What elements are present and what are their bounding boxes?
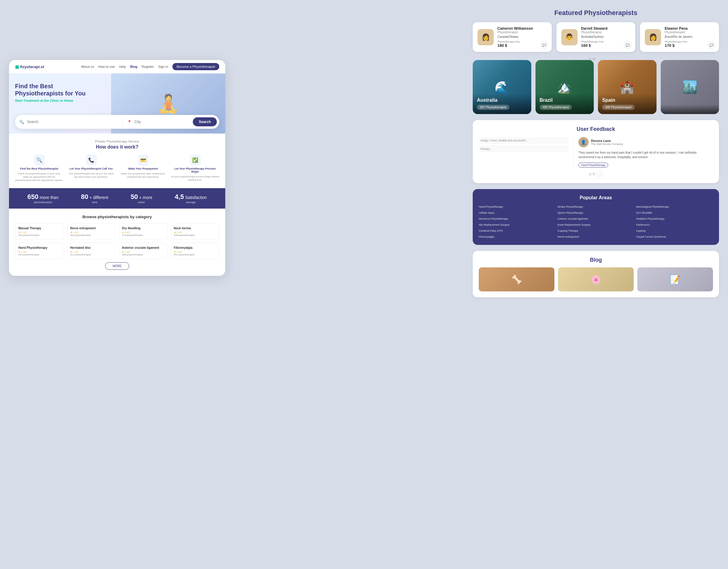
feedback-item-2: therapy... — [479, 146, 569, 152]
popular-area-item[interactable]: Cerebral Palsy (CP) — [479, 229, 556, 233]
category-item[interactable]: Manual Therapy ★ 4.1/5 524 physiotherapi… — [15, 223, 64, 240]
feedback-next-arrow[interactable]: → — [597, 171, 603, 177]
country-name: Spain — [602, 98, 652, 103]
step-icon: 🔍 — [34, 155, 45, 165]
category-rating: ★ 4.1/5 — [70, 251, 113, 253]
card-fee: 170 $ — [665, 43, 714, 48]
card-info: Eleanor Pena Physiotherapist Brazil/Rio … — [665, 26, 714, 48]
popular-area-item[interactable]: Pediatric Physiotherapy — [636, 217, 713, 221]
more-button[interactable]: MORE — [105, 262, 129, 270]
step-title: Make Your Prepayment — [128, 167, 158, 170]
blog-card[interactable]: 🌸 — [558, 268, 634, 291]
logo-icon: ◼ — [15, 64, 19, 70]
stat-item: 650 more than physiotherapist — [27, 193, 59, 204]
browse-section: Browse physiotherapists by category Manu… — [9, 209, 225, 276]
become-physiotherapist-button[interactable]: Become a Physiotherapist — [172, 63, 219, 70]
category-name: Nerve entrapment — [70, 227, 113, 230]
card-info: Darrell Steward Physiotherapist Australi… — [581, 26, 631, 48]
step-desc: Check out physiotherapists in your area.… — [15, 172, 63, 182]
step-item: 📞 Let Your Physiotherapist Call You Your… — [67, 155, 115, 182]
navbar: ◼ fizyoterapi.st About usHow to useHelpB… — [9, 60, 225, 74]
website-card: ◼ fizyoterapi.st About usHow to useHelpB… — [9, 60, 225, 276]
popular-area-item[interactable]: Sports Physiotherapy — [557, 211, 634, 215]
card-fee-label: Physiotherapy Fee — [581, 40, 631, 43]
category-count: 524 physiotherapist — [18, 234, 61, 237]
popular-area-item[interactable]: Athlete Injury — [479, 211, 556, 215]
nav-link[interactable]: How to use — [98, 65, 115, 68]
popular-area-item[interactable]: Meniscus Physiotherapy — [479, 217, 556, 221]
popular-area-item[interactable]: Carpal Tunnel Syndrome — [636, 235, 713, 239]
chat-button[interactable]: 💬 — [540, 41, 548, 49]
country-badge: 495 Physiotherapist — [540, 105, 572, 110]
feedback-tag: Hand Physiotherapy — [578, 163, 608, 168]
nav-link[interactable]: About us — [81, 65, 94, 68]
category-item[interactable]: Herniated disc ★ 4.1/5 812 physiotherapi… — [67, 243, 116, 259]
popular-area-item[interactable]: Cupping Therapy — [557, 229, 634, 233]
popular-area-item[interactable]: Stroke Physiotherapy — [557, 205, 634, 209]
popular-area-item[interactable]: Fibromyalgia — [479, 235, 556, 239]
stat-label: average — [175, 201, 207, 204]
card-location: Australia/Sydney — [581, 35, 631, 38]
search-button[interactable]: Search — [193, 117, 217, 126]
popular-area-item[interactable]: Hand Physiotherapy — [479, 205, 556, 209]
blog-section: Blog 🦴🌸📝 — [473, 251, 719, 297]
nav-link[interactable]: Blog — [130, 65, 137, 68]
avatar: 👩 — [478, 29, 494, 45]
chat-button[interactable]: 💬 — [624, 41, 632, 49]
category-item[interactable]: Hand Physiotherapy ★ 4.3/5 264 physiothe… — [15, 243, 64, 259]
category-count: 803 physiotherapist — [70, 234, 113, 237]
category-item[interactable]: Fibromyalgia ★ 4.4/5 852 physiotherapist — [171, 243, 220, 259]
popular-area-item[interactable]: Nerve entrapment — [557, 235, 634, 239]
category-item[interactable]: Neck hernia ★ 3.5/5 408 physiotherapist — [171, 223, 220, 240]
country-card[interactable]: 🏙️ — [661, 60, 719, 114]
step-desc: Let your physiotherapy process begin wit… — [171, 175, 219, 182]
steps-row: 🔍 Find the Best Physiotherapist Check ou… — [15, 155, 219, 182]
category-item[interactable]: Dry Needling ★ 4.6/5 116 physiotherapist — [119, 223, 168, 240]
category-count: 116 physiotherapist — [122, 234, 164, 237]
nav-link[interactable]: Sign in — [158, 65, 168, 68]
popular-grid: Hand PhysiotherapyStroke PhysiotherapyNe… — [479, 205, 713, 239]
card-name: Darrell Steward — [581, 26, 631, 31]
category-item[interactable]: Nerve entrapment ★ 4.3/5 803 physiothera… — [67, 223, 116, 240]
popular-area-item[interactable]: Neurological Physiotherapy — [636, 205, 713, 209]
popular-section: Popular Areas Hand PhysiotherapyStroke P… — [473, 189, 719, 245]
country-overlay: Brazil 495 Physiotherapist — [535, 93, 594, 114]
popular-area-item[interactable]: cupping — [636, 229, 713, 233]
popular-area-item[interactable]: Parkinson's — [636, 223, 713, 227]
blog-card[interactable]: 🦴 — [479, 268, 554, 291]
featured-card[interactable]: 👩 Eleanor Pena Physiotherapist Brazil/Ri… — [640, 22, 719, 52]
city-input[interactable] — [135, 120, 190, 124]
browse-title: Browse physiotherapists by category — [15, 215, 219, 219]
stat-label: visitor — [131, 201, 152, 204]
nav-links: About usHow to useHelpBlogRegisterSign i… — [81, 63, 219, 70]
search-bar: 🔍 📍 Search — [15, 115, 219, 129]
feedback-user: 👤 Devora Lane The Walt Disney Company — [578, 137, 713, 147]
featured-card[interactable]: 👨 Darrell Steward Physiotherapist Austra… — [557, 22, 635, 52]
nav-link[interactable]: Help — [119, 65, 126, 68]
popular-area-item[interactable]: Anterior cruciate ligament — [557, 217, 634, 221]
blog-card[interactable]: 📝 — [637, 268, 713, 291]
country-card[interactable]: 🏰 Spain 495 Physiotherapist — [598, 60, 657, 114]
card-fee-label: Physiotherapy Fee — [497, 40, 547, 43]
chat-button[interactable]: 💬 — [708, 41, 715, 49]
nav-link[interactable]: Register — [142, 65, 154, 68]
popular-area-item[interactable]: Hip Replacement Surgery — [479, 223, 556, 227]
feedback-item-1: rology: A kind, reliable and successful.… — [479, 137, 569, 144]
country-badge: 495 Physiotherapist — [602, 105, 635, 110]
how-title: How does it work? — [15, 144, 219, 150]
category-item[interactable]: Anterior cruciate ligament ★ 4.4/5 488 p… — [119, 243, 168, 259]
card-name: Cameron Williamson — [497, 26, 547, 31]
popular-area-item[interactable]: Knee Replacement Surgery — [557, 223, 634, 227]
popular-title: Popular Areas — [479, 195, 713, 201]
stat-label: physiotherapist — [27, 201, 59, 204]
category-name: Fibromyalgia — [174, 246, 216, 250]
category-rating: ★ 4.3/5 — [18, 251, 61, 253]
popular-area-item[interactable]: DUI Shoulder — [636, 211, 713, 215]
country-card[interactable]: 🏔️ Brazil 495 Physiotherapist — [535, 60, 594, 114]
search-input[interactable] — [27, 120, 119, 124]
logo[interactable]: ◼ fizyoterapi.st — [15, 64, 44, 70]
country-card[interactable]: 🌊 Australia 587 Physiotherapist — [473, 60, 531, 114]
country-badge: 587 Physiotherapist — [477, 105, 509, 110]
featured-card[interactable]: 👩 Cameron Williamson Physiotherapist Can… — [473, 22, 552, 52]
feedback-text: They saved me from my hand pain that I c… — [578, 150, 713, 159]
